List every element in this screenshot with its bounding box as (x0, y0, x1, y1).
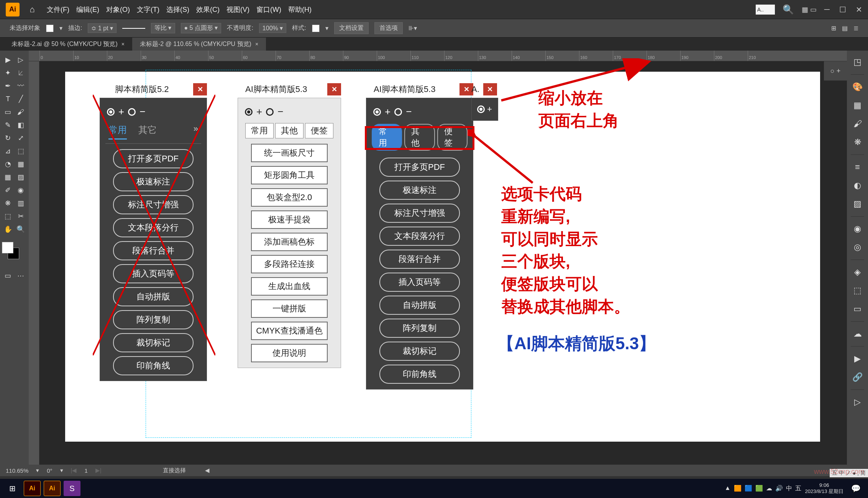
tray-icon[interactable]: ▲ (725, 485, 731, 493)
artboards-panel-icon[interactable]: ▭ (850, 301, 865, 317)
script-button[interactable]: 插入页码等 (379, 273, 460, 292)
taskbar-ai-1[interactable]: Ai (24, 481, 41, 496)
direct-selection-tool[interactable]: ▷ (15, 54, 27, 66)
script-button[interactable]: 添加画稿色标 (251, 233, 328, 251)
search-icon[interactable]: 🔍 (783, 4, 794, 15)
script-button[interactable]: 使用说明 (251, 344, 328, 362)
workspace-switcher[interactable]: ▦ ▭ (802, 5, 817, 14)
color-panel-icon[interactable]: 🎨 (850, 79, 865, 95)
script-button[interactable]: 阵列复制 (113, 310, 194, 329)
menu-window[interactable]: 窗口(W) (256, 5, 281, 14)
script-button[interactable]: 生成出血线 (251, 277, 328, 296)
workspace-dock[interactable]: ○ + (824, 61, 847, 81)
stroke-panel-icon[interactable]: ≡ (850, 159, 865, 175)
script-button[interactable]: 印前角线 (379, 365, 460, 384)
graphic-styles-panel-icon[interactable]: ◎ (850, 240, 865, 255)
shape-builder-tool[interactable]: ◔ (2, 158, 14, 170)
home-icon[interactable]: ⌂ (25, 3, 39, 16)
selection-tool[interactable]: ▶ (2, 54, 14, 66)
free-transform-tool[interactable]: ⬚ (15, 145, 27, 157)
asset-panel-icon[interactable]: ⬚ (850, 283, 865, 298)
rotation[interactable]: 0° (47, 467, 52, 474)
shaper-tool[interactable]: ✎ (2, 119, 14, 131)
panel2-tab-other[interactable]: 其他 (275, 123, 304, 138)
tray-icon[interactable]: ☁ (766, 485, 772, 493)
width-tool[interactable]: ⊿ (2, 145, 14, 157)
radio-on-icon[interactable] (373, 108, 381, 116)
script-button[interactable]: 多段路径连接 (251, 255, 328, 273)
script-button[interactable]: 裁切标记 (379, 342, 460, 361)
clock[interactable]: 9:06 2023/8/13 星期日 (805, 482, 843, 494)
eraser-tool[interactable]: ◧ (15, 119, 27, 131)
perspective-tool[interactable]: ▦ (15, 158, 27, 170)
script-button[interactable]: 极速标注 (379, 181, 460, 200)
brush-profile[interactable]: ● 5 点圆形 ▾ (181, 23, 222, 33)
minimize-button[interactable]: ─ (824, 5, 830, 14)
hand-tool[interactable]: ✋ (2, 223, 14, 235)
doc-tab-1[interactable]: 未标题-2.ai @ 50 % (CMYK/CPU 预览)× (4, 38, 132, 51)
menu-edit[interactable]: 编辑(E) (76, 5, 99, 14)
magic-wand-tool[interactable]: ✦ (2, 67, 14, 79)
radio-off-icon[interactable] (394, 108, 402, 116)
lasso-tool[interactable]: ⟀ (15, 67, 27, 79)
script-button[interactable]: 自动拼版 (379, 296, 460, 315)
radio-on-icon[interactable] (477, 105, 485, 113)
tiny-floating-panel[interactable]: A.. (756, 5, 775, 15)
slice-tool[interactable]: ✂ (15, 210, 27, 222)
stroke-weight[interactable]: ≎ 1 pt ▾ (88, 23, 116, 33)
script-button[interactable]: 文本段落分行 (379, 227, 460, 246)
artboard-tool[interactable]: ⬚ (2, 210, 14, 222)
script-button[interactable]: 阵列复制 (379, 319, 460, 338)
tray-icon[interactable]: 🟧 (734, 485, 742, 493)
taskbar-ai-2[interactable]: Ai (44, 481, 61, 496)
script-button[interactable]: 极速标注 (113, 172, 194, 191)
mesh-tool[interactable]: ▦ (2, 171, 14, 183)
tray-icon[interactable]: 🟩 (755, 485, 763, 493)
canvas[interactable]: 0102030405060708090100110120130140150160… (29, 51, 847, 465)
eyedropper-tool[interactable]: ✐ (2, 184, 14, 196)
close-icon[interactable]: × (255, 41, 258, 47)
paintbrush-tool[interactable]: 🖌 (15, 106, 27, 118)
links-panel-icon[interactable]: 🔗 (850, 370, 865, 385)
appearance-panel-icon[interactable]: ◉ (850, 221, 865, 237)
brushes-panel-icon[interactable]: 🖌 (850, 116, 865, 131)
script-button[interactable]: 印前角线 (113, 356, 194, 375)
panel2-close-button[interactable]: ✕ (327, 83, 341, 95)
radio-off-icon[interactable] (128, 108, 136, 116)
ime-icon[interactable]: 中 (786, 485, 792, 493)
scale-tool[interactable]: ⤢ (15, 132, 27, 144)
system-tray[interactable]: ▲ 🟧 🟦 🟩 ☁ 🔊 中 五 (725, 485, 801, 493)
script-button[interactable]: 段落行合并 (379, 250, 460, 269)
menu-effect[interactable]: 效果(C) (196, 5, 220, 14)
panel-toggle2-icon[interactable]: ▤ (842, 25, 848, 32)
artboard-nav[interactable]: 1 (84, 467, 87, 474)
close-icon[interactable]: × (121, 41, 125, 47)
preferences-button[interactable]: 首选项 (374, 22, 403, 34)
menu-type[interactable]: 文字(T) (137, 5, 159, 14)
menu-help[interactable]: 帮助(H) (288, 5, 312, 14)
stroke-uniform[interactable]: 等比 ▾ (151, 23, 175, 33)
panel1-tab-common[interactable]: 常用 (108, 124, 127, 140)
script-button[interactable]: 打开多页PDF (379, 158, 460, 177)
taskbar-app[interactable]: S (64, 481, 80, 496)
script-button[interactable]: 极速手提袋 (251, 210, 328, 229)
type-tool[interactable]: T (2, 93, 14, 105)
script-button[interactable]: 标注尺寸增强 (113, 195, 194, 214)
close-window-button[interactable]: ✕ (856, 5, 862, 14)
actions-panel-icon[interactable]: ▶ (850, 351, 865, 367)
menu-object[interactable]: 对象(O) (106, 5, 130, 14)
panel1-tab-other[interactable]: 其它 (138, 124, 157, 140)
style-swatch[interactable] (312, 25, 320, 32)
app-logo[interactable]: Ai (6, 3, 20, 16)
script-button[interactable]: 统一画板尺寸 (251, 144, 328, 162)
volume-icon[interactable]: 🔊 (775, 485, 783, 493)
panel2-tab-notes[interactable]: 便签 (305, 123, 333, 138)
fill-swatch[interactable] (46, 25, 54, 32)
notifications-icon[interactable]: 💬 (847, 481, 864, 496)
gradient-tool[interactable]: ▨ (15, 171, 27, 183)
play-panel-icon[interactable]: ▷ (850, 394, 865, 410)
properties-panel-icon[interactable]: ◳ (850, 54, 865, 70)
menu-file[interactable]: 文件(F) (47, 5, 69, 14)
swatches-panel-icon[interactable]: ▦ (850, 98, 865, 113)
script-button[interactable]: 自动拼版 (113, 287, 194, 306)
